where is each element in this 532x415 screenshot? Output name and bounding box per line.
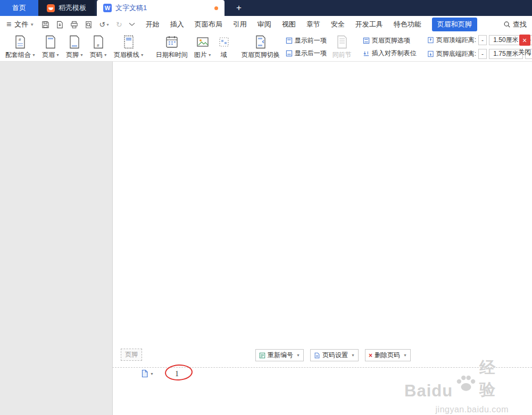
ribbon-toolbar: # 配套组合▼ 页眉▼ 页脚▼ # 页码▼ 页眉横线▼ 日期和时间 图片▼ [0, 33, 532, 62]
header-line-label: 页眉横线 [114, 50, 139, 60]
tab-references[interactable]: 引用 [233, 20, 247, 29]
picture-icon [196, 35, 209, 49]
show-prev-next-group: 显示前一项 显示后一项 [283, 34, 329, 60]
wps-window: 首页 稻壳模板 W 文字文稿1 + ≡ 文件 ▼ ↺▼ ↻ [0, 0, 532, 415]
find-button[interactable]: 查找 [503, 20, 527, 29]
footer-label: 页脚 [66, 50, 79, 60]
renumber-button[interactable]: 重新编号 ▼ [255, 349, 304, 361]
print-icon[interactable] [70, 21, 78, 29]
main-menu-icon[interactable]: ≡ [6, 20, 11, 29]
footer-button[interactable]: 页脚▼ [63, 34, 87, 60]
picture-button[interactable]: 图片▼ [191, 34, 215, 60]
redo-icon[interactable]: ↻ [116, 20, 122, 29]
tab-security[interactable]: 安全 [331, 20, 345, 29]
search-icon [503, 21, 511, 28]
header-button[interactable]: 页眉▼ [39, 34, 63, 60]
delete-page-number-button[interactable]: × 删除页码 ▼ [365, 349, 411, 361]
chevron-down-icon: ▼ [80, 53, 84, 57]
show-previous-button[interactable]: 显示前一项 [286, 36, 327, 45]
chevron-down-icon[interactable]: ▼ [30, 22, 34, 27]
header-footer-options-label: 页眉页脚选项 [372, 36, 410, 45]
new-tab-button[interactable]: + [225, 0, 242, 16]
print-preview-icon[interactable] [85, 21, 93, 29]
header-top-decrement-button[interactable]: - [478, 35, 487, 45]
header-footer-switch-button[interactable]: 页眉页脚切换 [238, 34, 283, 60]
tab-dev-tools[interactable]: 开发工具 [355, 20, 383, 29]
header-label: 页眉 [42, 50, 55, 60]
chevron-down-icon: ▼ [403, 353, 407, 357]
docer-icon [47, 4, 55, 12]
page-number-label: 页码 [90, 50, 103, 60]
page-number-button[interactable]: # 页码▼ [87, 34, 111, 60]
chevron-down-icon: ▼ [150, 372, 154, 376]
chevron-down-icon: ▼ [351, 353, 355, 357]
close-icon[interactable]: × [519, 35, 530, 46]
delete-icon: × [369, 352, 372, 359]
close-header-footer-group: × 关闭 [514, 35, 532, 57]
header-top-distance-icon [427, 37, 434, 44]
tab-review[interactable]: 审阅 [257, 20, 271, 29]
document-tab[interactable]: W 文字文稿1 [97, 0, 225, 16]
page-number-settings-label: 页码设置 [322, 351, 348, 360]
undo-icon[interactable]: ↺▼ [99, 20, 110, 29]
footer-bottom-distance-icon [427, 50, 434, 57]
header-top-distance-label: 页眉顶端距离: [436, 36, 476, 45]
chevron-down-icon: ▼ [296, 353, 300, 357]
tab-section[interactable]: 章节 [306, 20, 320, 29]
show-next-button[interactable]: 显示后一项 [286, 49, 327, 58]
svg-text:#: # [97, 43, 99, 48]
page-number-settings-icon [314, 352, 320, 359]
footer-bottom-decrement-button[interactable]: - [478, 49, 487, 59]
svg-text:#: # [19, 37, 21, 42]
export-icon[interactable] [56, 21, 64, 29]
find-label: 查找 [513, 20, 527, 29]
home-tab[interactable]: 首页 [0, 0, 38, 16]
footer-bottom-distance-label: 页脚底端距离: [436, 49, 476, 58]
header-footer-options-button[interactable]: 页眉页脚选项 [363, 36, 417, 45]
tab-special-features[interactable]: 特色功能 [394, 20, 421, 29]
chevron-down-icon: ▼ [32, 53, 36, 57]
tab-page-layout[interactable]: 页面布局 [195, 20, 222, 29]
header-footer-options-icon [363, 37, 370, 44]
paw-icon [455, 372, 477, 394]
header-footer-switch-icon [255, 35, 267, 49]
show-previous-label: 显示前一项 [295, 36, 327, 45]
delete-page-number-label: 删除页码 [375, 351, 400, 360]
watermark-brand: Baidu [404, 382, 453, 401]
datetime-button[interactable]: 日期和时间 [153, 34, 191, 60]
tab-header-footer-active[interactable]: 页眉和页脚 [432, 18, 477, 31]
field-label: 域 [221, 50, 227, 60]
header-line-button[interactable]: 页眉横线▼ [111, 34, 147, 60]
close-label: 关闭 [518, 48, 531, 57]
page-number-settings-button[interactable]: 页码设置 ▼ [310, 349, 359, 361]
tab-view[interactable]: 视图 [282, 20, 296, 29]
page-format-icon [141, 369, 148, 378]
watermark-suffix: 经验 [479, 357, 511, 401]
wps-writer-icon: W [103, 4, 112, 12]
toolbar-more-icon[interactable] [129, 22, 135, 27]
renumber-label: 重新编号 [268, 351, 293, 360]
chevron-down-icon: ▼ [56, 53, 60, 57]
same-as-previous-label: 同前节 [332, 50, 352, 60]
docer-template-tab[interactable]: 稻壳模板 [38, 0, 95, 16]
tab-start[interactable]: 开始 [146, 20, 160, 29]
page-number-format-button[interactable]: ▼ [141, 369, 154, 378]
show-previous-icon [286, 37, 293, 44]
field-icon [218, 35, 230, 49]
datetime-label: 日期和时间 [156, 50, 188, 60]
chevron-down-icon[interactable]: ▼ [106, 23, 110, 27]
footer-context-toolbar: 重新编号 ▼ 页码设置 ▼ × 删除页码 ▼ [255, 349, 411, 361]
document-tab-label: 文字文稿1 [115, 3, 147, 13]
header-line-icon [123, 35, 135, 49]
tab-insert[interactable]: 插入 [170, 20, 184, 29]
calendar-icon [165, 35, 178, 49]
same-as-previous-icon [336, 35, 348, 49]
combo-set-icon: # [14, 35, 26, 49]
combo-set-button[interactable]: # 配套组合▼ [2, 34, 39, 60]
field-button[interactable]: 域 [215, 34, 233, 60]
file-menu[interactable]: 文件 [14, 20, 28, 29]
insert-tab-stop-button[interactable]: 插入对齐制表位 [363, 49, 417, 58]
save-icon[interactable] [41, 21, 49, 29]
document-workspace: 页脚 重新编号 ▼ 页码设置 ▼ × 删除页码 ▼ ▼ 1 [0, 62, 532, 415]
renumber-icon [259, 352, 265, 359]
